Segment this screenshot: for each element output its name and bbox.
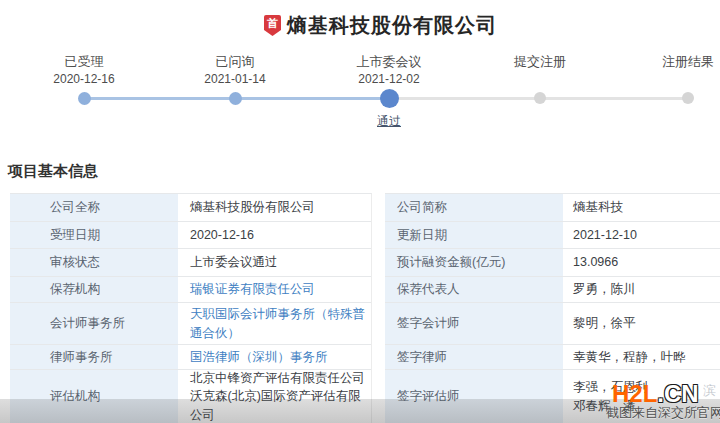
timeline-stage-name: 已问询 <box>170 54 300 70</box>
field-label: 保荐代表人 <box>385 277 563 302</box>
timeline-stage-4: 提交注册 <box>475 50 605 72</box>
company-title: 熵基科技股份有限公司 <box>287 12 497 39</box>
field-label: 保荐机构 <box>10 277 178 302</box>
timeline-stage-name: 已受理 <box>19 54 149 70</box>
timeline-stage-name: 提交注册 <box>475 54 605 70</box>
table-row: 律师事务所国浩律师（深圳）事务所 <box>10 345 371 370</box>
timeline-stage-3: 上市委会议2021-12-02通过 <box>324 50 454 87</box>
page-header: 首 熵基科技股份有限公司 <box>264 12 497 39</box>
field-value-link[interactable]: 瑞银证券有限责任公司 <box>178 277 371 302</box>
field-value: 2020-12-16 <box>178 222 371 248</box>
watermark-edge-fragment: 滨 <box>703 382 716 400</box>
ipo-status-timeline: 已受理2020-12-16已问询2021-01-14上市委会议2021-12-0… <box>0 50 720 140</box>
field-value: 2021-12-10 <box>563 222 720 248</box>
watermark-caption: 截图来自深交所官网 <box>606 404 720 422</box>
field-value: 熵基科技 <box>563 194 720 221</box>
field-label: 审核状态 <box>10 249 178 276</box>
table-row: 预计融资金额(亿元)13.0966 <box>385 249 720 277</box>
table-row: 更新日期2021-12-10 <box>385 222 720 249</box>
field-value-link[interactable]: 天职国际会计师事务所（特殊普通合伙） <box>178 303 371 344</box>
field-label: 律师事务所 <box>10 345 178 369</box>
timeline-stage-dot <box>682 92 694 104</box>
field-label: 签字会计师 <box>385 303 563 344</box>
watermark-brand-white: .CN <box>657 380 698 407</box>
timeline-stage-1: 已受理2020-12-16 <box>19 50 149 87</box>
field-label: 会计师事务所 <box>10 303 178 344</box>
field-value: 罗勇，陈川 <box>563 277 720 302</box>
timeline-stage-dot <box>229 92 242 105</box>
field-value: 熵基科技股份有限公司 <box>178 194 371 221</box>
field-value: 幸黄华，程静，叶晔 <box>563 345 720 369</box>
watermark-brand-orange: H2L <box>612 380 657 407</box>
timeline-result-link[interactable]: 通过 <box>324 113 454 130</box>
table-row: 会计师事务所天职国际会计师事务所（特殊普通合伙） <box>10 303 371 345</box>
timeline-stage-dot <box>380 89 399 108</box>
table-row: 审核状态上市委会议通过 <box>10 249 371 277</box>
table-row: 受理日期2020-12-16 <box>10 222 371 249</box>
timeline-stage-dot <box>534 92 546 104</box>
field-value-link[interactable]: 国浩律师（深圳）事务所 <box>178 345 371 369</box>
field-label: 更新日期 <box>385 222 563 248</box>
table-row: 保荐机构瑞银证券有限责任公司 <box>10 277 371 303</box>
field-label: 受理日期 <box>10 222 178 248</box>
section-title: 项目基本信息 <box>8 162 98 181</box>
timeline-stage-date: 2021-01-14 <box>170 72 300 87</box>
timeline-stage-name: 上市委会议 <box>324 54 454 70</box>
field-label: 预计融资金额(亿元) <box>385 249 563 276</box>
field-value: 黎明，徐平 <box>563 303 720 344</box>
watermark-brand: H2L.CN <box>612 382 699 406</box>
timeline-stage-name: 注册结果 <box>623 54 720 70</box>
timeline-stage-2: 已问询2021-01-14 <box>170 50 300 87</box>
table-row: 公司全称熵基科技股份有限公司 <box>10 194 371 222</box>
first-listing-badge-icon: 首 <box>264 15 281 36</box>
timeline-stage-date: 2021-12-02 <box>324 72 454 87</box>
timeline-stage-date: 2020-12-16 <box>19 72 149 87</box>
field-label: 公司全称 <box>10 194 178 221</box>
timeline-stage-dot <box>78 92 91 105</box>
table-row: 公司简称熵基科技 <box>385 194 720 222</box>
field-value: 上市委会议通过 <box>178 249 371 276</box>
table-row: 签字律师幸黄华，程静，叶晔 <box>385 345 720 370</box>
field-label: 签字律师 <box>385 345 563 369</box>
basic-info-table-left: 公司全称熵基科技股份有限公司受理日期2020-12-16审核状态上市委会议通过保… <box>10 193 372 423</box>
table-row: 签字会计师黎明，徐平 <box>385 303 720 345</box>
timeline-stage-5: 注册结果 <box>623 50 720 72</box>
field-label: 公司简称 <box>385 194 563 221</box>
table-row: 保荐代表人罗勇，陈川 <box>385 277 720 303</box>
page: 首 熵基科技股份有限公司 已受理2020-12-16已问询2021-01-14上… <box>0 0 720 423</box>
field-value: 13.0966 <box>563 249 720 276</box>
